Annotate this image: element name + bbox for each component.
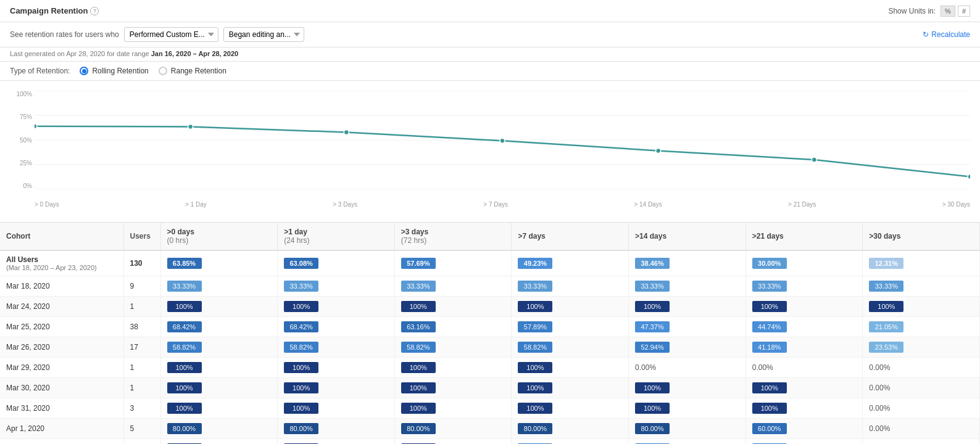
table-cell: 47.37% [629, 317, 746, 337]
table-cell: 80.00% [629, 419, 746, 439]
pct-badge: 100% [752, 403, 787, 414]
table-cell: 100% [278, 398, 395, 419]
table-cell: 100% [160, 378, 278, 398]
table-cell: 57.69% [394, 250, 512, 276]
table-cell: 80.00% [512, 419, 629, 439]
table-cell: 100% [745, 297, 863, 317]
pct-badge: 100% [518, 382, 552, 393]
pct-badge: 63.16% [401, 321, 436, 332]
chart-container: 100% 75% 50% 25% 0% [0, 81, 980, 223]
table-cell: 100% [629, 378, 746, 398]
rolling-retention-radio[interactable] [80, 67, 88, 75]
pct-badge: 30.00% [752, 258, 787, 269]
pct-badge: 100% [869, 301, 903, 312]
table-cell: 100% [278, 378, 395, 398]
percent-unit-button[interactable]: % [941, 6, 955, 17]
cohort-cell: Mar 25, 2020 [0, 317, 123, 337]
pct-badge: 80.00% [167, 423, 202, 434]
table-cell: 0.00% [863, 398, 980, 419]
all-users-row: All Users(Mar 18, 2020 – Apr 23, 2020)13… [0, 250, 980, 276]
pct-badge: 60.00% [752, 423, 787, 434]
table-row: Mar 29, 20201100%100%100%100%0.00%0.00%0… [0, 358, 980, 378]
rolling-retention-option[interactable]: Rolling Retention [80, 67, 148, 75]
pct-badge: 44.74% [752, 321, 787, 332]
range-retention-option[interactable]: Range Retention [159, 67, 226, 75]
th-d0: >0 days(0 hrs) [160, 223, 278, 250]
users-cell: 1 [123, 358, 160, 378]
table-cell: 33.33% [863, 276, 980, 297]
pct-badge: 100% [167, 362, 202, 373]
pct-badge: 41.18% [752, 342, 787, 353]
table-row: Mar 25, 20203868.42%68.42%63.16%57.89%47… [0, 317, 980, 337]
table-cell: 100% [160, 358, 278, 378]
table-cell: 33.33% [394, 276, 512, 297]
users-cell: 2 [123, 439, 160, 445]
pct-badge: 80.00% [284, 423, 318, 434]
show-units-label: Show Units in: [888, 7, 936, 15]
table-cell: 49.23% [512, 250, 629, 276]
svg-point-8 [500, 138, 505, 143]
table-cell: 23.53% [863, 337, 980, 358]
th-d21: >21 days [745, 223, 863, 250]
pct-badge: 33.33% [167, 281, 202, 292]
pct-badge: 80.00% [635, 423, 670, 434]
pct-badge: 100% [284, 301, 318, 312]
recalculate-button[interactable]: ↻ Recalculate [923, 30, 970, 39]
table-cell: 0.00% [745, 358, 863, 378]
pct-badge: 33.33% [752, 281, 787, 292]
users-cell: 38 [123, 317, 160, 337]
pct-badge: 100% [635, 301, 670, 312]
retention-type-bar: Type of Retention: Rolling Retention Ran… [0, 62, 980, 81]
title-text: Campaign Retention [10, 6, 88, 15]
table-cell: 33.33% [160, 276, 278, 297]
table-cell: 68.42% [160, 317, 278, 337]
top-bar: Campaign Retention ? Show Units in: % # [0, 0, 980, 22]
recalculate-label: Recalculate [931, 30, 970, 39]
table-cell: 33.33% [745, 276, 863, 297]
campaign-filter-select[interactable]: Began editing an... [223, 27, 304, 42]
svg-point-5 [35, 124, 37, 129]
pct-badge: 100% [518, 301, 552, 312]
pct-badge: 33.33% [869, 281, 903, 292]
pct-badge: 33.33% [401, 281, 436, 292]
table-cell: 100% [394, 439, 512, 445]
pct-badge: 12.31% [869, 258, 903, 269]
y-label-25: 25% [10, 160, 32, 166]
pct-badge: 52.94% [635, 342, 670, 353]
chart-inner: 100% 75% 50% 25% 0% [10, 91, 970, 208]
pct-badge: 100% [401, 403, 436, 414]
y-label-50: 50% [10, 137, 32, 144]
x-label-7days: > 7 Days [483, 201, 508, 208]
range-retention-radio[interactable] [159, 67, 167, 75]
table-row: Apr 1, 2020580.00%80.00%80.00%80.00%80.0… [0, 419, 980, 439]
users-cell: 17 [123, 337, 160, 358]
info-icon[interactable]: ? [90, 7, 99, 15]
pct-badge: 33.33% [284, 281, 318, 292]
x-label-1day: > 1 Day [185, 201, 207, 208]
cohort-cell: Apr 2, 2020 [0, 439, 123, 445]
table-cell: 50.00% [745, 439, 863, 445]
number-unit-button[interactable]: # [958, 6, 970, 17]
table-cell: 0.00% [863, 439, 980, 445]
table-row: Mar 24, 20201100%100%100%100%100%100%100… [0, 297, 980, 317]
table-row: Mar 30, 20201100%100%100%100%100%100%0.0… [0, 378, 980, 398]
pct-badge: 100% [284, 403, 318, 414]
table-cell: 0.00% [863, 358, 980, 378]
pct-badge: 63.85% [167, 258, 202, 269]
table-cell: 30.00% [745, 250, 863, 276]
retention-type-label: Type of Retention: [10, 67, 70, 75]
y-label-100: 100% [10, 91, 32, 97]
table-cell: 100% [512, 398, 629, 419]
table-cell: 100% [160, 297, 278, 317]
table-cell: 80.00% [394, 419, 512, 439]
cohort-cell: Mar 29, 2020 [0, 358, 123, 378]
cohort-cell: Mar 26, 2020 [0, 337, 123, 358]
table-cell: 100% [512, 358, 629, 378]
th-cohort: Cohort [0, 223, 123, 250]
range-retention-label: Range Retention [171, 67, 226, 75]
x-label-21days: > 21 Days [788, 201, 816, 208]
table-row: Mar 26, 20201758.82%58.82%58.82%58.82%52… [0, 337, 980, 358]
table-cell: 21.05% [863, 317, 980, 337]
event-filter-select[interactable]: Performed Custom E... [124, 27, 218, 42]
table-cell: 100% [278, 358, 395, 378]
